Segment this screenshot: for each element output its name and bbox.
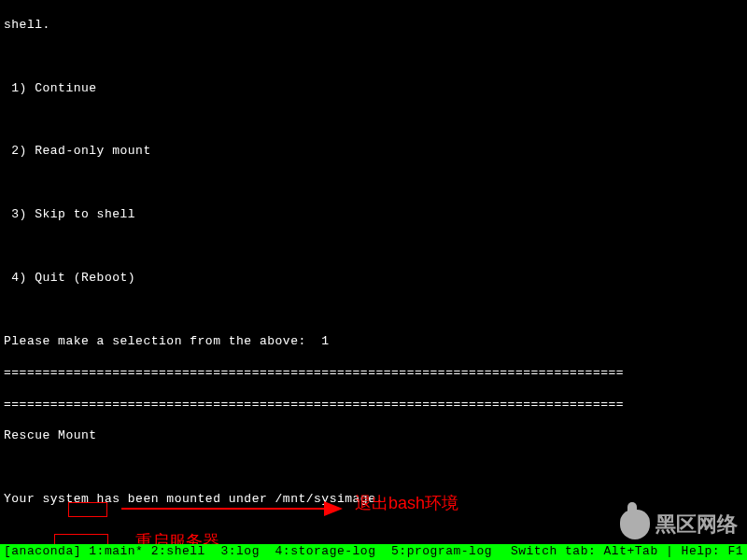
terminal-line: [4, 460, 743, 476]
anaconda-status-bar: [anaconda] 1:main* 2:shell 3:log 4:stora…: [0, 544, 747, 560]
terminal-line: ========================================…: [4, 398, 743, 413]
terminal-line: [4, 113, 743, 129]
terminal-line: [4, 239, 743, 255]
terminal-line: [4, 524, 743, 539]
terminal-line: 2) Read-only mount: [4, 144, 743, 160]
terminal-line: 4) Quit (Reboot): [4, 271, 743, 287]
terminal-line: [4, 49, 743, 65]
terminal-line: Please make a selection from the above: …: [4, 334, 743, 350]
terminal-line: shell.: [4, 18, 743, 34]
terminal-line: Your system has been mounted under /mnt/…: [4, 492, 743, 508]
terminal-line: 3) Skip to shell: [4, 207, 743, 223]
status-right: Switch tab: Alt+Tab | Help: F1: [511, 544, 743, 560]
terminal-line: 1) Continue: [4, 81, 743, 97]
terminal-line: [4, 302, 743, 318]
status-left: [anaconda] 1:main* 2:shell 3:log 4:stora…: [4, 544, 511, 560]
terminal-output[interactable]: shell. 1) Continue 2) Read-only mount 3)…: [0, 0, 747, 560]
terminal-line: [4, 175, 743, 191]
terminal-line: Rescue Mount: [4, 428, 743, 444]
terminal-line: ========================================…: [4, 366, 743, 382]
